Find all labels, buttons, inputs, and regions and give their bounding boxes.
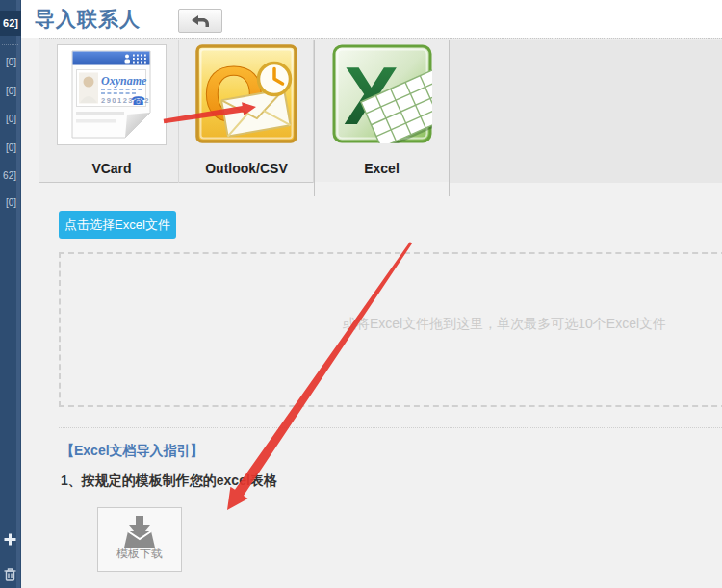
dropzone-hint: 或将Excel文件拖到这里，单次最多可选10个Excel文件	[343, 316, 666, 333]
back-arrow-icon	[191, 14, 210, 28]
back-button[interactable]	[178, 9, 222, 33]
sidebar-item[interactable]: 62]	[0, 169, 19, 182]
add-button[interactable]	[3, 532, 17, 547]
import-type-tabbar: Oxyname 290123122 ☎ VCard	[39, 38, 722, 183]
vcard-icon: Oxyname 290123122 ☎	[57, 44, 167, 150]
sidebar: 62] [0] [0] [0] [0] 62] [0]	[0, 0, 21, 588]
guide-step-1: 1、按规定的模板制作您的excel表格	[61, 473, 277, 490]
tab-label: Excel	[315, 161, 449, 176]
tab-vcard[interactable]: Oxyname 290123122 ☎ VCard	[44, 40, 179, 183]
sidebar-item[interactable]: [0]	[0, 113, 19, 125]
main-panel: Oxyname 290123122 ☎ VCard	[39, 38, 722, 588]
guide-heading: 【Excel文档导入指引】	[61, 443, 204, 460]
plus-icon	[3, 532, 17, 547]
tab-outlook-csv[interactable]: O Outlook/CSV	[179, 40, 314, 183]
tab-label: Outlook/CSV	[179, 161, 314, 176]
tab-label: VCard	[44, 161, 179, 176]
tab-excel[interactable]: X Excel	[314, 40, 450, 183]
sidebar-item[interactable]: [0]	[0, 141, 19, 154]
sidebar-item[interactable]: [0]	[0, 56, 19, 68]
vcard-brand-text: Oxyname	[101, 74, 147, 88]
sidebar-divider	[2, 524, 18, 524]
trash-icon	[3, 567, 17, 582]
selected-tab-connector	[314, 182, 450, 196]
template-download-label: 模板下载	[98, 546, 181, 562]
delete-button[interactable]	[3, 567, 17, 581]
outlook-icon: O	[195, 44, 297, 147]
sidebar-item[interactable]: [0]	[0, 196, 19, 209]
phone-icon: ☎	[131, 94, 145, 108]
excel-icon: X	[332, 44, 432, 147]
section-divider	[59, 427, 722, 428]
select-excel-file-button[interactable]: 点击选择Excel文件	[59, 211, 176, 239]
page-title: 导入联系人	[35, 6, 141, 33]
import-contacts-page: 62] [0] [0] [0] [0] 62] [0] 导入联系人	[0, 0, 722, 588]
gutter	[21, 38, 39, 588]
excel-dropzone[interactable]: 或将Excel文件拖到这里，单次最多可选10个Excel文件	[59, 252, 722, 407]
template-download-button[interactable]: 模板下载	[97, 507, 182, 572]
sidebar-divider	[2, 44, 18, 45]
header: 导入联系人	[21, 0, 722, 39]
sidebar-item[interactable]: [0]	[0, 85, 19, 97]
sidebar-item[interactable]: 62]	[0, 11, 21, 36]
tabbar-empty-area	[450, 40, 722, 183]
